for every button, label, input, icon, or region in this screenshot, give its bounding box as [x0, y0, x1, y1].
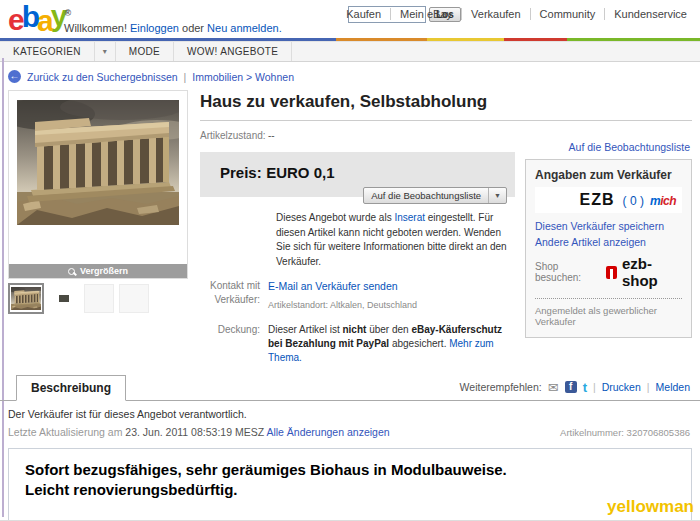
stripe-segment-red [504, 38, 567, 41]
share-label: Weiterempfehlen: [460, 381, 542, 393]
description-line: Leicht renovierungsbedürftig. [25, 480, 675, 500]
coverage-bold-nicht: nicht [342, 324, 366, 335]
contact-label: Kontakt mit Verkäufer: [200, 279, 268, 312]
save-seller-link[interactable]: Diesen Verkäufer speichern [535, 220, 682, 232]
back-to-results-link[interactable]: Zurück zu den Suchergebnissen [27, 71, 178, 83]
share-separator: | [647, 381, 650, 393]
login-link[interactable]: Einloggen [130, 22, 179, 34]
item-number-value: 320706805386 [627, 427, 690, 438]
location-value: Altkalen, Deutschland [328, 300, 417, 310]
price-value: EURO 0,1 [266, 164, 334, 181]
coverage-text: Dieser Artikel ist nicht über den eBay-K… [268, 323, 510, 365]
stripe-segment-blue [0, 38, 336, 41]
tab-beschreibung[interactable]: Beschreibung [16, 375, 126, 401]
condition-label: Artikelzustand: [200, 129, 268, 143]
logo-letter-a: a [37, 6, 51, 36]
shop-label: Shop besuchen: [535, 261, 601, 283]
menu-kategorien[interactable]: KATEGORIEN [0, 42, 95, 61]
seller-column: Auf die Beobachtungsliste Angaben zum Ve… [525, 121, 692, 365]
item-number: Artikelnummer: 320706805386 [560, 427, 690, 438]
category-menubar: KATEGORIEN ▾ MODE WOW! ANGEBOTE [0, 41, 700, 62]
updated-prefix: Letzte Aktualisierung am [8, 426, 125, 438]
chevron-down-icon[interactable]: ▾ [95, 42, 116, 61]
watchlist-top-link[interactable]: Auf die Beobachtungsliste [527, 141, 690, 153]
coverage-row: Deckung: Dieser Artikel ist nicht über d… [200, 323, 515, 365]
thumbnail-selected[interactable] [8, 283, 44, 314]
mich-badge-icon[interactable]: mich [650, 194, 676, 208]
seller-panel-title: Angaben zum Verkäufer [535, 168, 682, 182]
menu-wow-angebote[interactable]: WOW! ANGEBOTE [174, 42, 292, 61]
thumbnail-placeholder[interactable] [84, 284, 114, 313]
logo-letter-b: b [22, 2, 37, 32]
responsibility-note: Der Verkäufer ist für dieses Angebot ver… [8, 408, 690, 420]
nav-verkaufen[interactable]: Verkaufen [461, 8, 530, 20]
breadcrumb-separator: | [184, 71, 187, 83]
price-label: Preis: [220, 164, 262, 181]
facebook-icon[interactable]: f [565, 381, 577, 393]
watchlist-button[interactable]: Auf die Beobachtungsliste ▼ [363, 187, 507, 204]
broken-image-icon [59, 295, 69, 302]
shop-door-icon [606, 266, 617, 279]
coverage-text-part: abgesichert. [389, 338, 449, 349]
mich-letter: m [650, 194, 660, 208]
breadcrumb-category-link[interactable]: Immobilien > Wohnen [192, 71, 294, 83]
magnifier-icon [68, 268, 75, 275]
twitter-icon[interactable]: t [583, 380, 587, 395]
seller-panel: Angaben zum Verkäufer EZB( 0 )mich Diese… [525, 159, 692, 338]
logo-letter-y: y [51, 1, 65, 31]
back-arrow-icon[interactable]: ← [8, 70, 21, 83]
description-line: Der Auktionsgewinner erhält als Geschenk [25, 516, 675, 521]
thumbnail-photo [11, 286, 41, 311]
seller-feedback-score[interactable]: ( 0 ) [623, 194, 644, 208]
notice-text: Dieses Angebot wurde als [276, 212, 394, 223]
top-header: ebay® Willkommen! Einloggen oder Neu anm… [0, 0, 700, 38]
watchlist-button-label: Auf die Beobachtungsliste [364, 188, 488, 203]
share-separator: | [593, 381, 596, 393]
nav-kaufen[interactable]: Kaufen [337, 8, 390, 20]
item-location: Artikelstandort: Altkalen, Deutschland [268, 299, 515, 312]
tab-bar: Beschreibung Weiterempfehlen: ✉ f t | Dr… [0, 375, 700, 401]
thumbnail-placeholder[interactable] [119, 284, 149, 313]
other-items-link[interactable]: Andere Artikel anzeigen [535, 236, 682, 248]
contact-row: Kontakt mit Verkäufer: E-Mail an Verkäuf… [200, 279, 515, 312]
show-changes-link[interactable]: Alle Änderungen anzeigen [266, 426, 389, 438]
location-label: Artikelstandort: [268, 300, 328, 310]
breadcrumb: ← Zurück zu den Suchergebnissen | Immobi… [0, 62, 700, 88]
listing-photo-parthenon [17, 100, 179, 225]
inserat-link[interactable]: Inserat [394, 212, 425, 223]
last-updated-line: Letzte Aktualisierung am 23. Jun. 2011 0… [8, 426, 390, 438]
shop-name-link[interactable]: ezb-shop [622, 255, 682, 289]
stripe-segment-yellow [427, 38, 504, 41]
listing-meta: Der Verkäufer ist für dieses Angebot ver… [0, 401, 700, 442]
coverage-label: Deckung: [200, 323, 268, 365]
mich-letter: h [669, 194, 676, 208]
thumbnail-strip [8, 283, 188, 314]
nav-mein-ebay[interactable]: Mein eBay [390, 8, 461, 20]
item-number-label: Artikelnummer: [560, 427, 627, 438]
chevron-down-icon[interactable]: ▼ [488, 188, 506, 203]
print-link[interactable]: Drucken [602, 381, 641, 393]
description-box: Sofort bezugsfähiges, sehr geräumiges Bi… [8, 448, 692, 521]
register-link[interactable]: Neu anmelden. [207, 22, 282, 34]
report-link[interactable]: Melden [656, 381, 690, 393]
or-text: oder [182, 22, 204, 34]
photo-column: Vergrößern [8, 90, 188, 365]
seller-name[interactable]: EZB [580, 191, 615, 208]
page-title: Haus zu verkaufen, Selbstabholung [200, 92, 692, 112]
main-content: Vergrößern Haus zu verkaufen, Selbstabho… [0, 88, 700, 365]
stripe-segment-orange [336, 38, 427, 41]
mail-icon[interactable]: ✉ [548, 380, 559, 395]
description-line: Sofort bezugsfähiges, sehr geräumiges Bi… [25, 460, 675, 480]
listing-details-area: Haus zu verkaufen, Selbstabholung Artike… [200, 90, 692, 365]
photo-frame: Vergrößern [8, 90, 188, 279]
thumbnail-broken[interactable] [49, 284, 79, 313]
nav-kundenservice[interactable]: Kundenservice [604, 8, 696, 20]
email-seller-link[interactable]: E-Mail an Verkäufer senden [268, 280, 398, 292]
welcome-line: Willkommen! Einloggen oder Neu anmelden. [64, 22, 282, 34]
seller-id-box: EZB( 0 )mich [535, 187, 682, 213]
nav-community[interactable]: Community [530, 8, 605, 20]
ebay-logo[interactable]: ebay® [8, 3, 71, 33]
enlarge-button[interactable]: Vergrößern [9, 264, 187, 278]
menu-mode[interactable]: MODE [116, 42, 174, 61]
top-navigation: Kaufen Mein eBay Verkaufen Community Kun… [337, 8, 696, 20]
